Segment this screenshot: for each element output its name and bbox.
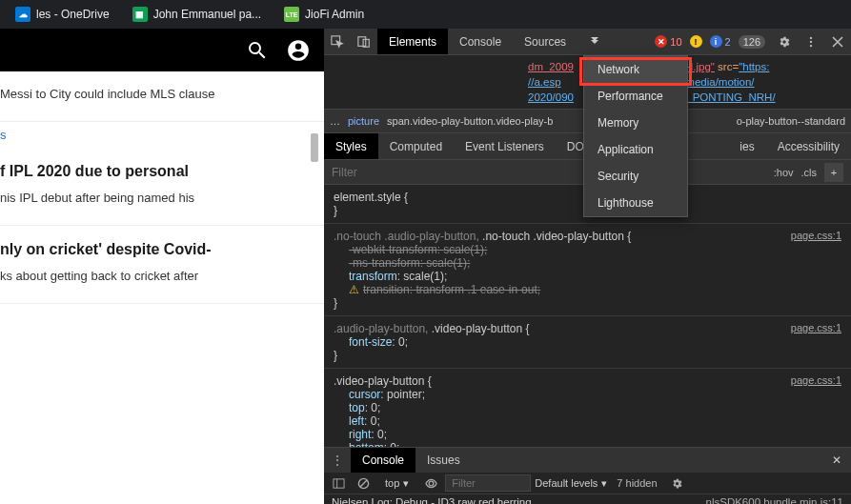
article-card[interactable]: f IPL 2020 due to personal nis IPL debut… bbox=[0, 148, 324, 226]
source-link[interactable]: page.css:1 bbox=[791, 322, 841, 333]
tab-label: JioFi Admin bbox=[305, 8, 364, 21]
article-card[interactable]: Messi to City could include MLS clause bbox=[0, 71, 324, 122]
svg-point-5 bbox=[810, 44, 812, 46]
warning-icon: ⚠ bbox=[349, 283, 359, 296]
tab-console[interactable]: Console bbox=[448, 29, 513, 54]
browser-tab-jiofi[interactable]: LTE JioFi Admin bbox=[276, 3, 372, 26]
tab-elements[interactable]: Elements bbox=[377, 29, 448, 54]
menu-item-lighthouse[interactable]: Lighthouse bbox=[584, 190, 687, 216]
scrollbar-thumb[interactable] bbox=[311, 133, 318, 162]
svg-point-8 bbox=[429, 481, 434, 486]
style-rule[interactable]: page.css:1 .no-touch .audio-play-button,… bbox=[324, 224, 851, 316]
console-sidebar-toggle-icon[interactable] bbox=[328, 473, 349, 494]
log-source-link[interactable]: nlsSDK600.bundle.min.js:11 bbox=[706, 496, 843, 504]
svg-point-3 bbox=[810, 36, 812, 38]
tab-label: John Emmanuel pa... bbox=[153, 8, 261, 21]
browser-tab-onedrive[interactable]: ☁ les - OneDrive bbox=[8, 3, 117, 26]
warning-badge[interactable]: ! bbox=[690, 35, 702, 48]
menu-item-performance[interactable]: Performance bbox=[584, 83, 687, 110]
onedrive-icon: ☁ bbox=[15, 7, 30, 22]
inspect-icon[interactable] bbox=[324, 29, 351, 55]
svg-point-4 bbox=[810, 40, 812, 42]
live-expression-icon[interactable] bbox=[420, 473, 441, 494]
crumb-span[interactable]: span.video-play-button.video-play-b bbox=[387, 115, 553, 127]
messages-badge[interactable]: 126 bbox=[739, 35, 765, 49]
devtools-overflow-menu: Network Performance Memory Application S… bbox=[583, 55, 688, 217]
article-card[interactable]: nly on cricket' despite Covid- ks about … bbox=[0, 226, 324, 304]
hov-toggle[interactable]: :hov bbox=[774, 167, 794, 178]
drawer-close-icon[interactable]: ✕ bbox=[822, 454, 851, 467]
styles-filter-input[interactable] bbox=[324, 166, 766, 179]
close-icon[interactable] bbox=[824, 29, 851, 55]
source-link[interactable]: page.css:1 bbox=[791, 230, 841, 241]
subtab-properties[interactable]: ies bbox=[728, 133, 765, 159]
settings-icon[interactable] bbox=[771, 29, 798, 55]
article-summary: nis IPL debut after being named his bbox=[0, 189, 314, 208]
devtools-main-tabs: Elements Console Sources bbox=[377, 29, 612, 54]
subtab-event-listeners[interactable]: Event Listeners bbox=[454, 133, 556, 159]
tab-label: les - OneDrive bbox=[36, 8, 110, 21]
context-selector[interactable]: top ▾ bbox=[377, 477, 416, 490]
kebab-icon[interactable] bbox=[798, 29, 824, 55]
cls-toggle[interactable]: .cls bbox=[801, 167, 818, 178]
console-filter-input[interactable] bbox=[445, 474, 531, 492]
drawer-tabs: ⋮ Console Issues ✕ bbox=[324, 448, 851, 473]
styles-rules-pane[interactable]: element.style { } page.css:1 .no-touch .… bbox=[324, 185, 851, 447]
console-toolbar: top ▾ Default levels ▾ 7 hidden bbox=[324, 473, 851, 494]
menu-item-application[interactable]: Application bbox=[584, 136, 687, 163]
drawer-tab-console[interactable]: Console bbox=[351, 448, 415, 473]
console-settings-icon[interactable] bbox=[667, 473, 688, 494]
new-style-rule-button[interactable]: + bbox=[824, 163, 843, 182]
style-rule[interactable]: page.css:1 .video-play-button { cursor: … bbox=[324, 369, 851, 447]
subtab-computed[interactable]: Computed bbox=[378, 133, 454, 159]
sheets-icon: ▦ bbox=[132, 7, 148, 22]
drawer-tab-issues[interactable]: Issues bbox=[415, 448, 472, 473]
hidden-messages-label[interactable]: 7 hidden bbox=[611, 477, 662, 489]
console-log-row[interactable]: Nielsen Log: Debug - ID3 raw red herring… bbox=[324, 494, 851, 504]
devtools-status-badges: ✕10 ! i2 126 bbox=[649, 35, 771, 49]
article-title: f IPL 2020 due to personal bbox=[0, 161, 314, 182]
tab-sources[interactable]: Sources bbox=[513, 29, 577, 54]
browser-tab-strip: ☁ les - OneDrive ▦ John Emmanuel pa... L… bbox=[0, 0, 851, 29]
drawer-kebab-icon[interactable]: ⋮ bbox=[324, 447, 351, 474]
jiofi-icon: LTE bbox=[284, 7, 299, 22]
subtab-accessibility[interactable]: Accessibility bbox=[766, 133, 851, 159]
devtools-toolbar: Elements Console Sources ✕10 ! i2 126 bbox=[324, 29, 851, 55]
svg-rect-1 bbox=[358, 36, 366, 46]
svg-rect-6 bbox=[333, 478, 343, 487]
profile-icon[interactable] bbox=[286, 38, 311, 63]
style-rule[interactable]: page.css:1 .audio-play-button, .video-pl… bbox=[324, 316, 851, 369]
crumb-overflow[interactable]: … bbox=[330, 115, 340, 127]
article-summary: ks about getting back to cricket after bbox=[0, 267, 314, 286]
log-message: Nielsen Log: Debug - ID3 raw red herring bbox=[332, 496, 532, 504]
browser-tab-sheets[interactable]: ▦ John Emmanuel pa... bbox=[125, 3, 269, 26]
error-badge[interactable]: ✕10 bbox=[655, 35, 681, 48]
link-fragment[interactable]: s bbox=[0, 122, 324, 148]
devtools-panel: Elements Console Sources ✕10 ! i2 126 dm… bbox=[324, 29, 851, 504]
crumb-rest[interactable]: o-play-button--standard bbox=[737, 115, 845, 127]
clear-console-icon[interactable] bbox=[353, 473, 374, 494]
menu-item-security[interactable]: Security bbox=[584, 163, 687, 190]
article-summary: Messi to City could include MLS clause bbox=[0, 85, 314, 104]
subtab-styles[interactable]: Styles bbox=[324, 133, 378, 159]
device-toggle-icon[interactable] bbox=[351, 29, 377, 55]
tab-overflow-button[interactable] bbox=[577, 29, 612, 54]
console-drawer: ⋮ Console Issues ✕ top ▾ Default levels … bbox=[324, 447, 851, 504]
page-content: Messi to City could include MLS clause s… bbox=[0, 29, 324, 504]
menu-item-memory[interactable]: Memory bbox=[584, 110, 687, 136]
article-title: nly on cricket' despite Covid- bbox=[0, 239, 314, 260]
info-badge[interactable]: i2 bbox=[710, 35, 731, 48]
site-header bbox=[0, 29, 324, 71]
log-levels-selector[interactable]: Default levels ▾ bbox=[535, 477, 607, 490]
source-link[interactable]: page.css:1 bbox=[791, 374, 841, 386]
menu-item-network[interactable]: Network bbox=[584, 56, 687, 83]
crumb-picture[interactable]: picture bbox=[348, 115, 379, 127]
search-icon[interactable] bbox=[246, 39, 269, 62]
